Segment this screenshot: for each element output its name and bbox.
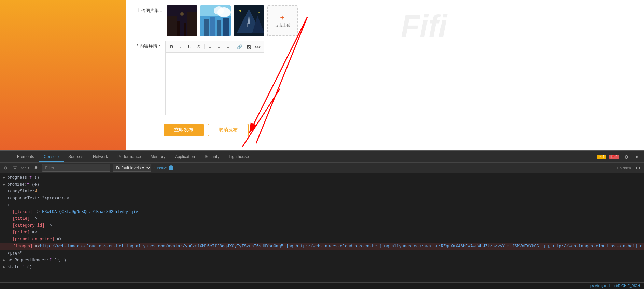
form-buttons: 立即发布 取消发布	[164, 124, 634, 136]
content-editor[interactable]	[165, 52, 264, 115]
tab-elements[interactable]: Elements	[12, 152, 39, 162]
error-badge[interactable]: 🚩 1	[609, 155, 619, 159]
svg-point-18	[258, 12, 260, 13]
close-devtools-icon[interactable]: ✕	[633, 153, 641, 161]
issue-num: 1	[175, 166, 177, 170]
upload-text-label: 点击上传	[274, 23, 291, 28]
svg-rect-9	[210, 17, 215, 36]
tab-network[interactable]: Network	[88, 152, 113, 162]
console-line-state: ▶ state: f ()	[0, 264, 644, 271]
devtools-right-controls: ⚠ 1 🚩 1 ⚙ ✕	[597, 153, 641, 161]
svg-rect-1	[167, 16, 177, 36]
issue-badge: 1 Issue: i 1	[154, 165, 177, 170]
inspect-icon[interactable]: ⬚	[3, 152, 12, 162]
image-thumb-3[interactable]	[234, 5, 264, 36]
top-label: top	[21, 166, 26, 170]
console-line-setrequestheader: ▶ setRequestHeader: f (e,t)	[0, 257, 644, 264]
status-url: https://blog.csdn.net/RICHIE_RICH	[587, 284, 640, 288]
left-sidebar	[0, 0, 126, 150]
tab-lighthouse[interactable]: Lighthouse	[224, 152, 254, 162]
filter-toggle-icon[interactable]: ▽	[12, 164, 18, 171]
image-upload-area: ＋ 点击上传	[167, 5, 298, 36]
hidden-count: 1 hidden	[617, 166, 631, 170]
devtools-tabs-bar: ⬚ Elements Console Sources Network Perfo…	[0, 151, 644, 163]
toolbar-divider-1	[204, 44, 205, 49]
top-section: 上传图片集：	[0, 0, 644, 150]
console-line-readystate: readyState: 4	[0, 188, 644, 195]
tab-console[interactable]: Console	[39, 152, 64, 162]
code-button[interactable]: </>	[254, 43, 261, 50]
console-line-responsetext: responseText: "<pre>Array	[0, 195, 644, 202]
console-line-images-highlighted: [images] => http://web-images-cloud.oss-…	[0, 243, 644, 250]
image-label: 上传图片集：	[137, 5, 163, 14]
editor-toolbar: B I U S ≡ ≡ ≡ 🔗 🖼 </>	[165, 41, 264, 52]
svg-rect-11	[223, 18, 229, 36]
svg-point-17	[239, 10, 241, 12]
console-filter-input[interactable]	[42, 164, 110, 172]
form-wrapper: 上传图片集：	[126, 0, 644, 150]
tab-memory[interactable]: Memory	[146, 152, 170, 162]
link-button[interactable]: 🔗	[236, 43, 243, 50]
tab-application[interactable]: Application	[170, 152, 200, 162]
tab-security[interactable]: Security	[200, 152, 224, 162]
cancel-button[interactable]: 取消发布	[208, 124, 249, 136]
image-button[interactable]: 🖼	[245, 43, 252, 50]
svg-rect-5	[184, 23, 186, 36]
console-line-promise: ▶ promise: f (e)	[0, 181, 644, 188]
console-line-pre: <pre>"	[0, 250, 644, 257]
console-line-open: (	[0, 202, 644, 208]
clear-console-icon[interactable]: ⊘	[2, 164, 9, 171]
svg-rect-2	[187, 12, 197, 36]
upload-add-button[interactable]: ＋ 点击上传	[267, 5, 298, 36]
content-row: * 内容详情： B I U S ≡ ≡ ≡ 🔗 🖼 </>	[137, 41, 634, 117]
strikethrough-button[interactable]: S	[195, 43, 202, 50]
settings-icon[interactable]: ⚙	[622, 153, 630, 161]
publish-button[interactable]: 立即发布	[164, 124, 204, 136]
italic-button[interactable]: I	[177, 43, 184, 50]
image-upload-row: 上传图片集：	[137, 5, 634, 36]
eye-icon[interactable]: 👁	[32, 164, 39, 171]
console-line-title: [title] =>	[0, 215, 644, 222]
devtools-toolbar: ⊘ ▽ top ▾ 👁 Default levels ▾ 1 Issue: i …	[0, 163, 644, 173]
bold-button[interactable]: B	[168, 43, 175, 50]
align-right-button[interactable]: ≡	[225, 43, 232, 50]
svg-point-3	[180, 12, 184, 16]
console-line-token: [_token] => IHXwtOATQC3fa9gNsKQuz91BnarX…	[0, 208, 644, 215]
svg-rect-8	[204, 19, 209, 36]
align-center-button[interactable]: ≡	[216, 43, 223, 50]
plus-icon: ＋	[279, 14, 286, 21]
devtools-panel: ⬚ Elements Console Sources Network Perfo…	[0, 150, 644, 289]
toolbar-divider-2	[234, 44, 234, 49]
image-thumb-1[interactable]	[167, 5, 197, 36]
status-bar: https://blog.csdn.net/RICHIE_RICH	[0, 282, 644, 289]
console-line-price: [price] =>	[0, 229, 644, 236]
console-line-catid: [category_id] =>	[0, 222, 644, 229]
content-label: * 内容详情：	[137, 41, 162, 49]
level-select[interactable]: Default levels ▾	[113, 164, 151, 172]
image-thumb-2[interactable]	[200, 5, 231, 36]
align-left-button[interactable]: ≡	[207, 43, 213, 50]
svg-rect-10	[217, 20, 221, 36]
tab-performance[interactable]: Performance	[113, 152, 146, 162]
tab-sources[interactable]: Sources	[64, 152, 88, 162]
underline-button[interactable]: U	[186, 43, 193, 50]
issue-count-label: 1 Issue:	[154, 166, 167, 170]
console-line-promo: [promotion_price] =>	[0, 236, 644, 243]
warning-badge[interactable]: ⚠ 1	[597, 155, 606, 159]
console-output: ▶ progress: f () ▶ promise: f (e) readyS…	[0, 173, 644, 282]
svg-rect-19	[247, 23, 248, 27]
svg-rect-4	[177, 21, 180, 36]
svg-point-13	[214, 6, 224, 15]
issue-icon: i	[169, 165, 173, 170]
settings-console-icon[interactable]: ⚙	[634, 164, 642, 172]
console-line-progress: ▶ progress: f ()	[0, 174, 644, 181]
top-dropdown[interactable]: ▾	[28, 165, 30, 170]
